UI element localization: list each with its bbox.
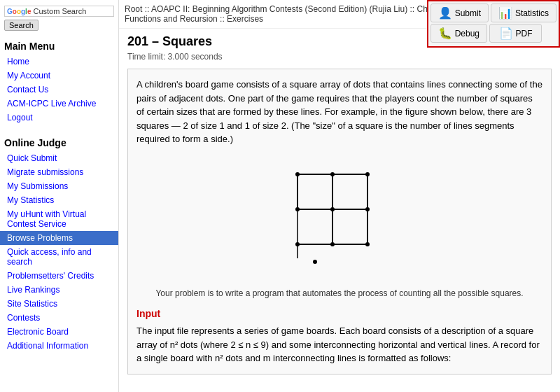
sidebar-item-acmicpc[interactable]: ACM-ICPC Live Archive <box>0 97 118 111</box>
sidebar-item-quicksubmit[interactable]: Quick Submit <box>0 151 118 165</box>
svg-point-15 <box>365 172 370 176</box>
svg-point-21 <box>365 242 370 246</box>
squares-diagram <box>270 153 410 279</box>
search-form: Google Custom Search Search <box>0 3 118 34</box>
sidebar-item-home[interactable]: Home <box>0 55 118 69</box>
diagram-caption: Your problem is to write a program that … <box>136 287 542 300</box>
statistics-label: Statistics <box>515 8 549 18</box>
breadcrumb-bar: Root :: AOAPC II: Beginning Algorithm Co… <box>119 0 560 29</box>
svg-point-14 <box>330 172 335 176</box>
main-menu-title: Main Menu <box>0 34 118 55</box>
debug-label: Debug <box>455 29 479 38</box>
google-logo: Google <box>7 8 31 15</box>
submit-label: Submit <box>455 8 481 18</box>
sidebar-item-contactus[interactable]: Contact Us <box>0 83 118 97</box>
debug-button[interactable]: 🐛 Debug <box>430 24 487 43</box>
google-search-box: Google Custom Search <box>4 6 114 17</box>
content-area: Root :: AOAPC II: Beginning Algorithm Co… <box>119 0 560 392</box>
custom-search-label: Custom Search <box>33 7 86 15</box>
pdf-icon: 📄 <box>499 27 513 40</box>
problem-description: A children's board game consists of a sq… <box>136 78 542 146</box>
action-buttons-container: 👤 Submit 📊 Statistics 🐛 Debug 📄 <box>427 0 560 48</box>
svg-point-13 <box>295 172 300 176</box>
problem-timelimit: Time limit: 3.000 seconds <box>127 52 552 62</box>
breadcrumb: Root :: AOAPC II: Beginning Algorithm Co… <box>125 4 468 24</box>
statistics-button[interactable]: 📊 Statistics <box>491 4 556 22</box>
pdf-label: PDF <box>516 29 533 38</box>
problem-body: A children's board game consists of a sq… <box>127 69 552 374</box>
action-buttons-row2: 🐛 Debug 📄 PDF <box>430 24 556 43</box>
submit-icon: 👤 <box>438 6 452 20</box>
sidebar-item-additionalinfo[interactable]: Additional Information <box>0 339 118 353</box>
diagram-area: Your problem is to write a program that … <box>136 153 542 300</box>
svg-point-22 <box>313 260 317 264</box>
sidebar-item-browseproblems[interactable]: Browse Problems <box>0 231 118 245</box>
svg-point-18 <box>365 207 370 211</box>
sidebar-item-electronicboard[interactable]: Electronic Board <box>0 325 118 339</box>
online-judge-title: Online Judge <box>0 130 118 151</box>
sidebar-item-mystatistics[interactable]: My Statistics <box>0 193 118 207</box>
input-section-header: Input <box>136 307 542 321</box>
sidebar: Google Custom Search Search Main Menu Ho… <box>0 0 119 392</box>
statistics-icon: 📊 <box>498 6 512 20</box>
problem-input-text: The input file represents a series of ga… <box>136 324 542 365</box>
svg-point-20 <box>330 242 335 246</box>
sidebar-item-liverankings[interactable]: Live Rankings <box>0 283 118 297</box>
svg-point-19 <box>295 242 300 246</box>
sidebar-item-mysubmissions[interactable]: My Submissions <box>0 179 118 193</box>
sidebar-item-uhunt[interactable]: My uHunt with Virtual Contest Service <box>0 207 118 231</box>
sidebar-item-sitestatistics[interactable]: Site Statistics <box>0 297 118 311</box>
svg-point-17 <box>330 207 335 211</box>
search-button[interactable]: Search <box>4 20 38 31</box>
sidebar-item-myaccount[interactable]: My Account <box>0 69 118 83</box>
pdf-button[interactable]: 📄 PDF <box>489 24 542 43</box>
problem-content: 201 – Squares Time limit: 3.000 seconds … <box>119 29 560 392</box>
sidebar-item-logout[interactable]: Logout <box>0 111 118 125</box>
sidebar-item-migrate[interactable]: Migrate submissions <box>0 165 118 179</box>
action-buttons-row1: 👤 Submit 📊 Statistics <box>430 4 556 22</box>
sidebar-item-problemsetters[interactable]: Problemsetters' Credits <box>0 269 118 283</box>
submit-button[interactable]: 👤 Submit <box>430 4 489 22</box>
svg-point-16 <box>295 207 300 211</box>
sidebar-item-contests[interactable]: Contests <box>0 311 118 325</box>
sidebar-item-quickaccess[interactable]: Quick access, info and search <box>0 245 118 269</box>
debug-icon: 🐛 <box>438 27 452 40</box>
